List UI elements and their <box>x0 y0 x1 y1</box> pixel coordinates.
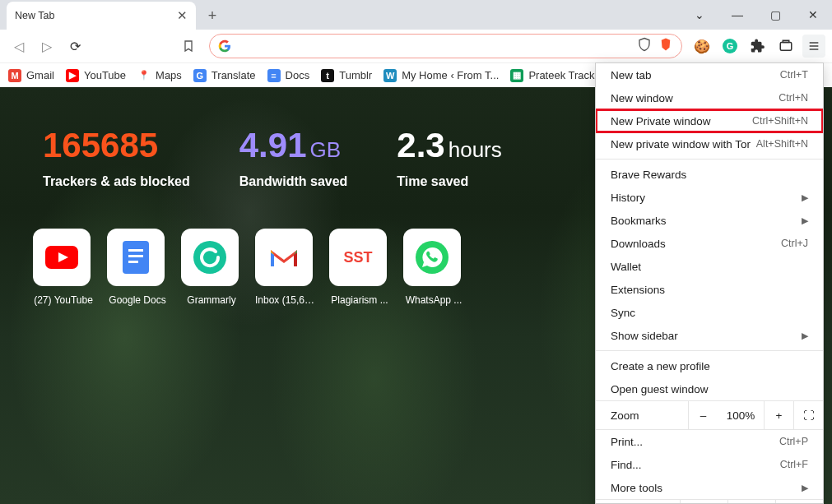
bookmark-label: Prateek Track <box>528 69 594 81</box>
menu-label: Brave Rewards <box>611 169 686 181</box>
svg-rect-9 <box>128 261 138 263</box>
menu-label: Find... <box>611 459 642 471</box>
top-site-tile[interactable]: Google Docs <box>107 229 168 306</box>
menu-item[interactable]: Open guest window <box>596 377 823 400</box>
menu-label: Create a new profile <box>611 360 710 372</box>
menu-label: Print... <box>611 436 643 448</box>
bookmark-icon[interactable] <box>176 34 201 58</box>
new-tab-button[interactable]: + <box>201 4 224 27</box>
bookmark-item[interactable]: tTumblr <box>321 69 372 82</box>
menu-item[interactable]: New tabCtrl+T <box>596 63 823 86</box>
top-site-tile[interactable]: WhatsApp ... <box>403 229 464 306</box>
favicon: ▶ <box>66 69 79 82</box>
maximize-button[interactable]: ▢ <box>756 0 794 30</box>
menu-shortcut: Ctrl+N <box>779 92 808 104</box>
submenu-arrow-icon: ▶ <box>802 215 808 226</box>
top-site-tile[interactable]: Grammarly <box>181 229 242 306</box>
google-icon <box>218 39 231 53</box>
forward-button[interactable]: ▷ <box>35 34 59 58</box>
browser-tab[interactable]: New Tab ✕ <box>7 2 196 30</box>
stat-value: 165685 <box>43 128 190 163</box>
tile-icon: SST <box>329 229 387 286</box>
favicon: ≡ <box>267 69 281 82</box>
bookmark-label: My Home ‹ From T... <box>402 69 499 81</box>
menu-item[interactable]: Sync <box>596 301 823 324</box>
favicon: ▦ <box>510 69 523 82</box>
menu-label: Downloads <box>611 238 666 250</box>
menu-item[interactable]: Wallet <box>596 255 823 278</box>
zoom-in-button[interactable]: + <box>764 401 793 429</box>
omnibox-input[interactable] <box>238 39 637 53</box>
bookmark-item[interactable]: ▶YouTube <box>66 69 126 82</box>
menu-label: Open guest window <box>611 383 709 395</box>
close-tab-icon[interactable]: ✕ <box>177 8 188 23</box>
reload-button[interactable]: ⟳ <box>63 34 87 58</box>
top-site-tile[interactable]: Inbox (15,666) <box>255 229 316 306</box>
cookie-extension-icon[interactable]: 🍪 <box>690 35 713 58</box>
stat-label: Trackers & ads blocked <box>43 174 190 189</box>
close-window-button[interactable]: ✕ <box>794 0 832 30</box>
brave-shields-icon[interactable] <box>658 37 673 55</box>
bookmark-label: Tumblr <box>339 69 372 81</box>
menu-item[interactable]: DownloadsCtrl+J <box>596 232 823 255</box>
address-bar[interactable] <box>209 34 682 58</box>
tile-label: Google Docs <box>107 294 168 306</box>
menu-shortcut: Ctrl+T <box>780 69 808 81</box>
menu-item[interactable]: Find...Ctrl+F <box>596 453 823 476</box>
tile-label: Plagiarism ... <box>329 294 390 306</box>
menu-item[interactable]: Print...Ctrl+P <box>596 430 823 453</box>
bookmark-item[interactable]: MGmail <box>8 69 54 82</box>
stat-trackers: 165685 Trackers & ads blocked <box>43 128 190 189</box>
zoom-label: Zoom <box>596 409 688 422</box>
tab-title: New Tab <box>15 10 54 21</box>
grammarly-extension-icon[interactable]: G <box>718 35 741 58</box>
menu-item[interactable]: More tools▶ <box>596 476 823 499</box>
menu-separator <box>596 159 823 160</box>
copy-button[interactable]: Copy <box>727 500 775 504</box>
menu-item[interactable]: New Private windowCtrl+Shift+N <box>596 109 823 132</box>
menu-separator <box>596 350 823 351</box>
paste-button[interactable]: Paste <box>775 500 823 504</box>
stat-label: Time saved <box>397 174 501 189</box>
tile-label: Inbox (15,666) <box>255 294 316 306</box>
window-chevron-icon[interactable]: ⌄ <box>681 0 718 30</box>
bookmark-item[interactable]: GTranslate <box>193 69 256 82</box>
zoom-row: Zoom – 100% + ⛶ <box>596 400 823 430</box>
top-site-tile[interactable]: (27) YouTube <box>33 229 94 306</box>
menu-item[interactable]: Show sidebar▶ <box>596 324 823 347</box>
zoom-out-button[interactable]: – <box>688 401 718 429</box>
edit-row: Edit Cut Copy Paste <box>596 499 823 504</box>
extension-area: 🍪 G <box>690 35 825 58</box>
bookmark-item[interactable]: WMy Home ‹ From T... <box>383 69 499 82</box>
extensions-puzzle-icon[interactable] <box>746 35 769 58</box>
cut-button[interactable]: Cut <box>680 500 727 504</box>
menu-item[interactable]: Extensions <box>596 278 823 301</box>
back-button[interactable]: ◁ <box>7 34 31 58</box>
menu-item[interactable]: Brave Rewards <box>596 163 823 186</box>
favicon: t <box>321 69 334 82</box>
svg-point-10 <box>193 241 226 274</box>
fullscreen-button[interactable]: ⛶ <box>793 401 823 429</box>
menu-item[interactable]: History▶ <box>596 186 823 209</box>
menu-label: Bookmarks <box>611 215 667 227</box>
menu-item[interactable]: New windowCtrl+N <box>596 86 823 109</box>
menu-label: Show sidebar <box>611 330 678 342</box>
stat-value: 2.3 <box>397 126 444 164</box>
top-site-tile[interactable]: SSTPlagiarism ... <box>329 229 390 306</box>
shield-icon[interactable] <box>637 37 652 55</box>
svg-rect-8 <box>128 255 143 257</box>
bookmark-item[interactable]: 📍Maps <box>137 69 182 82</box>
menu-item[interactable]: Create a new profile <box>596 354 823 377</box>
bookmark-item[interactable]: ▦Prateek Track <box>510 69 594 82</box>
favicon: M <box>8 69 21 82</box>
menu-item[interactable]: Bookmarks▶ <box>596 209 823 232</box>
stat-bandwidth: 4.91GB Bandwidth saved <box>239 128 348 189</box>
wallet-icon[interactable] <box>774 35 797 58</box>
menu-label: New Private window <box>611 115 711 127</box>
stat-time: 2.3hours Time saved <box>397 128 501 189</box>
menu-shortcut: Ctrl+P <box>779 436 808 447</box>
hamburger-menu-button[interactable] <box>802 35 825 58</box>
bookmark-item[interactable]: ≡Docs <box>267 69 310 82</box>
minimize-button[interactable]: — <box>718 0 756 30</box>
menu-item[interactable]: New private window with TorAlt+Shift+N <box>596 132 823 155</box>
